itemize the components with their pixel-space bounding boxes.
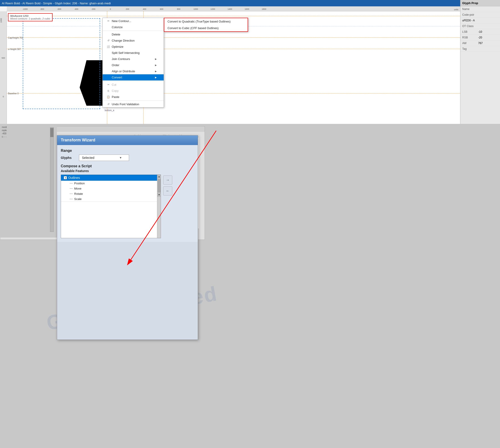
canvas-area: units -1000 -800 -600 -400 -200 0 200 40…: [0, 6, 460, 124]
ruler-left-500: 500: [0, 57, 7, 59]
glyphs-select[interactable]: Selected ▼: [79, 155, 129, 161]
nav-back-icon: ←: [166, 189, 170, 193]
glyph-prop-unicode-row: uFED0 - A: [460, 18, 500, 23]
glyphs-label: Glyphs: [61, 156, 79, 160]
glyphs-row: Glyphs Selected ▼: [61, 155, 194, 161]
menu-label-align: Align or Distribute: [112, 70, 135, 73]
menu-sep-3: [103, 100, 164, 101]
menu-item-split-self[interactable]: Split Self Intersecting: [103, 50, 164, 56]
menu-item-delete[interactable]: Delete: [103, 31, 164, 37]
ruler-left: 1000 500 0: [0, 11, 7, 124]
nav-next-btn[interactable]: →: [163, 176, 172, 185]
tree-scrollbar-down-btn[interactable]: ▼: [157, 193, 161, 197]
bottom-text-400: -400: [2, 132, 55, 135]
tree-label-position: Position: [74, 182, 85, 185]
range-title: Range: [61, 149, 194, 153]
menu-item-join-contours[interactable]: Join Contours ▶: [103, 56, 164, 62]
tree-nav-container: ▾ Outlines Position Move: [61, 175, 194, 238]
guideline-win-ascent: [7, 16, 460, 16]
tree-child-scale[interactable]: Scale: [61, 196, 161, 202]
warning-line1: WinAscent 1250: [10, 15, 50, 17]
tree-scrollbar[interactable]: ▲ ▼: [157, 175, 161, 238]
menu-item-paste[interactable]: 📋 Paste: [103, 94, 164, 100]
units-label: units: [454, 8, 458, 11]
ruler-tick-1600: 1600: [245, 8, 249, 10]
glyph-prop-name-row: Name: [460, 6, 500, 12]
ruler-tick-n600: -600: [57, 8, 61, 10]
menu-label-convert: Convert: [112, 76, 122, 79]
glyph-prop-tag-row: Tag: [460, 46, 500, 52]
ruler-top: units -1000 -800 -600 -400 -200 0 200 40…: [7, 6, 460, 11]
menu-label-new-contour: New Contour...: [112, 19, 131, 23]
nav-back-btn[interactable]: ←: [163, 186, 172, 195]
menu-item-change-direction[interactable]: ↺ Change Direction: [103, 37, 164, 44]
menu-label-paste: Paste: [112, 95, 119, 99]
glyph-prop-unicode-value: uFED0 - A: [462, 19, 475, 22]
tree-line-scale: [70, 199, 73, 199]
bottom-scrollbar[interactable]: [50, 127, 54, 232]
title-bar: Al Reem Bold - Al Reem Bold - Simple - G…: [0, 0, 500, 6]
menu-item-optimize[interactable]: ⬜ Optimize: [103, 44, 164, 50]
ruler-tick-n400: -400: [74, 8, 78, 10]
ruler-left-0: 0: [0, 96, 7, 98]
tree-item-outlines[interactable]: ▾ Outlines: [61, 175, 161, 181]
tree-scrollbar-thumb[interactable]: [157, 179, 161, 192]
glyph-prop-aw-row: AW 767: [460, 40, 500, 46]
guideline-baseline: [7, 93, 460, 94]
glyph-prop-lsb-row: LSB -10: [460, 29, 500, 35]
tree-expand-outlines[interactable]: ▾: [64, 176, 67, 179]
tree-scrollbar-up-btn[interactable]: ▲: [157, 175, 161, 178]
convert-arrow-icon: ▶: [155, 76, 157, 79]
menu-item-order[interactable]: Order ▶: [103, 62, 164, 68]
copy-icon: ⎘: [106, 90, 110, 92]
ruler-tick-400: 400: [143, 8, 146, 10]
glyph-prop-name-label: Name: [462, 7, 478, 11]
scrollbar-thumb[interactable]: [50, 128, 53, 137]
submenu-item-quadratic[interactable]: Convert to Quadratic (TrueType based Out…: [164, 18, 248, 25]
menu-item-colorize[interactable]: Colorize: [103, 24, 164, 30]
submenu-item-cubic[interactable]: Convert to Cubic (CFF based Outlines): [164, 25, 248, 31]
ruler-tick-1400: 1400: [228, 8, 232, 10]
glyph-prop-header: Glyph Prop: [460, 0, 500, 6]
glyph-prop-lsb-label: LSB: [462, 30, 478, 33]
ruler-tick-1000: 1000: [193, 8, 198, 10]
metric-baseline: Baseline 0: [8, 92, 19, 95]
tree-label-rotate: Rotate: [74, 192, 83, 195]
cut-icon: ✂: [106, 83, 110, 86]
menu-item-undo-font[interactable]: ↺ Undo Font Validation: [103, 101, 164, 107]
tree-child-move[interactable]: Move: [61, 186, 161, 191]
tree-label-outlines: Outlines: [68, 176, 80, 179]
title-bar-text: Al Reem Bold - Al Reem Bold - Simple - G…: [2, 1, 111, 5]
context-menu: ✏ New Contour... Colorize Delete ↺: [103, 18, 164, 108]
align-arrow-icon: ▶: [155, 70, 157, 73]
metric-x-height: x-Height 587: [8, 48, 21, 50]
bottom-section: Font Editor medi mple -400 c- - - Align …: [0, 124, 500, 448]
bottom-text-arrow: c- - -: [2, 135, 55, 138]
warning-line2: Mixed contours: 1 quadratic, 2 cubic: [10, 17, 50, 20]
compose-section: Compose a Script Available Features ▾ Ou…: [61, 164, 194, 238]
glyph-prop-aw-label: AW: [462, 42, 478, 45]
paste-icon: 📋: [106, 96, 110, 98]
tree-label-scale: Scale: [74, 197, 82, 201]
join-arrow-icon: ▶: [155, 58, 157, 60]
tree-child-rotate[interactable]: Rotate: [61, 191, 161, 196]
tree-line-position: [70, 183, 73, 183]
glyph-prop-tag-label: Tag: [462, 47, 478, 50]
metric-bottom-arab: bottom_a: [105, 109, 114, 112]
ruler-left-ticks: 1000: [0, 18, 7, 23]
glyph-prop-codepoint-row: Code-poir: [460, 12, 500, 18]
glyph-prop-panel: Glyph Prop Name Code-poir uFED0 - A OT C…: [460, 0, 500, 124]
ruler-tick-n200: -200: [91, 8, 95, 10]
menu-label-undo-font: Undo Font Validation: [112, 102, 139, 106]
features-tree: ▾ Outlines Position Move: [61, 175, 161, 238]
tree-child-position[interactable]: Position: [61, 181, 161, 186]
nav-buttons-container: → ←: [163, 176, 172, 195]
menu-item-convert[interactable]: Convert ▶: [103, 74, 164, 80]
menu-item-new-contour[interactable]: ✏ New Contour...: [103, 18, 164, 24]
menu-sep-2: [103, 81, 164, 81]
glyph-prop-lsb-value: -10: [478, 30, 482, 33]
menu-item-align[interactable]: Align or Distribute ▶: [103, 68, 164, 74]
metric-cap-height: CapHeight 761: [8, 37, 23, 39]
new-contour-icon: ✏: [106, 19, 110, 22]
menu-label-order: Order: [112, 64, 119, 67]
